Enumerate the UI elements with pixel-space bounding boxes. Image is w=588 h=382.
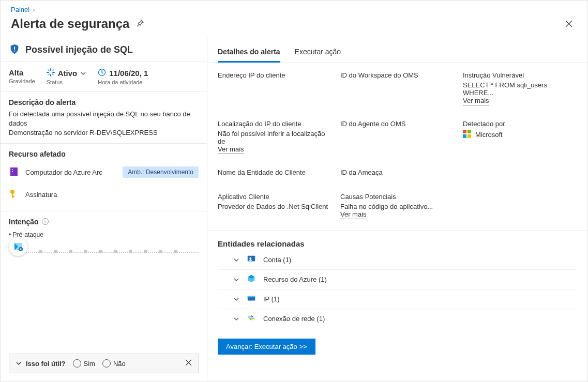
summary-pane: Possível injeção de SQL Alta Gravidade A… <box>1 36 207 381</box>
see-more-link[interactable]: Ver mais <box>218 145 244 154</box>
related-entity-account[interactable]: Conta (1) <box>218 250 577 270</box>
clock-icon <box>98 68 106 78</box>
svg-rect-1 <box>14 51 15 52</box>
affected-resource-label: Computador do Azure Arc <box>25 169 102 176</box>
feedback-close-button[interactable] <box>185 359 192 368</box>
svg-line-8 <box>48 74 49 75</box>
close-button[interactable] <box>561 16 577 32</box>
chevron-down-icon <box>233 277 239 283</box>
related-entity-label: Recurso do Azure (1) <box>263 276 327 283</box>
feedback-no-radio[interactable]: Não <box>102 359 126 368</box>
tab-action[interactable]: Executar ação <box>295 44 341 63</box>
svg-rect-20 <box>463 134 466 138</box>
feedback-question: Isso foi útil? <box>26 360 66 368</box>
related-entity-label: Conexão de rede (1) <box>263 315 325 323</box>
activity-time-metric: 11/06/20, 1 Hora da atividade <box>98 68 148 85</box>
chevron-down-icon[interactable] <box>16 360 22 366</box>
network-icon <box>247 313 256 324</box>
breadcrumb-root-link[interactable]: Painel <box>11 6 29 13</box>
see-more-link[interactable]: Ver mais <box>340 210 367 219</box>
time-label: Hora da atividade <box>98 79 148 85</box>
microsoft-logo-icon <box>463 130 471 140</box>
info-icon[interactable]: i <box>42 218 49 225</box>
detail-tabs: Detalhes do alerta Executar ação <box>207 36 587 63</box>
chevron-down-icon <box>233 257 239 263</box>
pin-icon[interactable] <box>135 19 144 29</box>
page-header: Painel › Alerta de segurança <box>1 1 587 36</box>
severity-metric: Alta Gravidade <box>9 68 35 85</box>
next-action-button[interactable]: Avançar: Executar ação >> <box>218 339 315 355</box>
detail-pane: Detalhes do alerta Executar ação Endereç… <box>207 36 587 381</box>
field-client-app: Aplicativo Cliente Provedor de Dados do … <box>218 193 332 219</box>
field-oms-agent: ID do Agente do OMS <box>340 120 455 154</box>
cube-icon <box>247 274 256 285</box>
related-entity-network[interactable]: Conexão de rede (1) <box>218 309 577 328</box>
time-value: 11/06/20, 1 <box>109 69 148 78</box>
field-vulnerable-statement: Instrução Vulnerável SELECT * FROM sqli_… <box>463 71 577 105</box>
affected-resource-section: Recurso afetado Computador do Azure Arc … <box>1 143 207 211</box>
svg-rect-18 <box>463 130 466 133</box>
field-detected-by: Detectado por Microsoft <box>463 120 577 154</box>
status-label: Status <box>47 79 87 85</box>
see-more-link[interactable]: Ver mais <box>463 97 489 105</box>
chevron-down-icon[interactable] <box>80 70 86 77</box>
severity-value: Alta <box>9 68 23 77</box>
alert-name: Possível injeção de SQL <box>25 44 133 55</box>
field-potential-causes: Causas Potenciais Falha no código do apl… <box>340 193 455 219</box>
page-title: Alerta de segurança <box>11 17 129 31</box>
intent-section: Intenção i • Pré-ataque <box>1 211 207 271</box>
kill-chain-strip <box>9 248 199 266</box>
svg-rect-11 <box>10 167 18 176</box>
intent-title: Intenção <box>9 218 39 226</box>
alert-detail-page: Painel › Alerta de segurança Possível in… <box>0 0 588 382</box>
related-entity-ip[interactable]: IP (1) <box>218 289 577 309</box>
spinner-icon <box>47 68 55 78</box>
environment-badge: Amb.: Desenvolvimento <box>123 166 199 178</box>
alert-title-row: Possível injeção de SQL <box>1 36 207 62</box>
field-client-ip: Endereço IP do cliente <box>218 71 332 105</box>
affected-title: Recurso afetado <box>9 150 199 158</box>
detail-fields: Endereço IP do cliente ID do Workspace d… <box>207 63 587 227</box>
feedback-bar: Isso foi útil? Sim Não <box>9 354 199 373</box>
shield-icon <box>9 43 20 56</box>
chevron-down-icon <box>233 316 239 322</box>
detected-by-value: Microsoft <box>475 131 503 139</box>
related-entity-label: Conta (1) <box>263 256 291 264</box>
severity-label: Gravidade <box>9 78 35 84</box>
related-entities-title: Entidades relacionadas <box>218 239 577 248</box>
related-entity-azure-resource[interactable]: Recurso do Azure (1) <box>218 270 577 289</box>
account-icon <box>247 254 256 265</box>
svg-line-9 <box>52 70 53 71</box>
related-entities-section: Entidades relacionadas Conta (1) Recurso… <box>207 231 587 335</box>
ip-icon <box>247 294 256 304</box>
affected-resource-row[interactable]: Computador do Azure Arc Amb.: Desenvolvi… <box>9 161 199 184</box>
status-metric[interactable]: Ativo Status <box>47 68 87 85</box>
breadcrumb-separator: › <box>33 6 35 13</box>
intent-stage: • Pré-ataque <box>9 231 199 238</box>
svg-rect-16 <box>12 196 14 197</box>
field-threat-id: ID da Ameaça <box>340 169 455 178</box>
description-section: Descrição do alerta Foi detectada uma po… <box>1 92 207 143</box>
field-client-entity: Nome da Entidade do Cliente <box>218 169 332 178</box>
svg-rect-19 <box>468 130 471 133</box>
svg-point-14 <box>10 190 14 194</box>
description-line1: Foi detectada uma possível injeção de SQ… <box>9 110 199 128</box>
svg-rect-0 <box>14 47 15 50</box>
chevron-down-icon <box>233 296 239 302</box>
field-client-ip-location: Localização do IP do cliente Não foi pos… <box>218 120 332 154</box>
description-title: Descrição do alerta <box>9 98 199 106</box>
svg-rect-25 <box>248 296 255 298</box>
svg-rect-15 <box>12 193 13 198</box>
tab-details[interactable]: Detalhes do alerta <box>218 44 280 63</box>
subscription-row[interactable]: Assinatura <box>9 184 199 206</box>
server-icon <box>9 166 19 178</box>
related-entity-label: IP (1) <box>263 295 280 303</box>
breadcrumb: Painel › <box>11 6 577 13</box>
svg-line-7 <box>52 74 53 75</box>
feedback-yes-radio[interactable]: Sim <box>73 359 95 368</box>
current-phase-icon <box>9 237 27 256</box>
field-oms-workspace: ID do Workspace do OMS <box>340 71 455 105</box>
subscription-label: Assinatura <box>25 191 57 198</box>
svg-point-23 <box>249 257 251 259</box>
description-line2: Demonstração no servidor R-DEV\SQLEXPRES… <box>9 128 199 137</box>
